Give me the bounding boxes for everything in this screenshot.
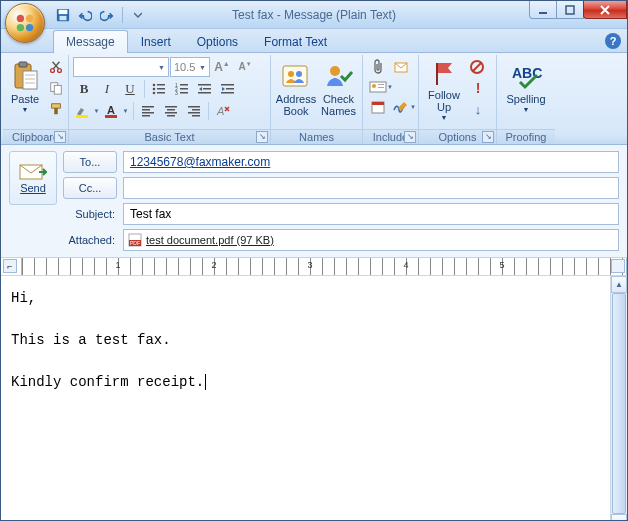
font-name-combo[interactable]: ▼ [73, 57, 169, 77]
clipboard-launcher[interactable]: ↘ [54, 131, 66, 143]
minimize-icon [538, 5, 548, 15]
italic-button[interactable]: I [96, 79, 118, 99]
ribbon: Paste ▼ Clipboard↘ ▼ 10.5▼ A▲ A▼ B I U [1, 53, 627, 145]
ribbon-tabs: Message Insert Options Format Text ? [1, 29, 627, 53]
svg-rect-48 [165, 112, 177, 114]
save-icon [56, 8, 70, 22]
svg-rect-28 [180, 84, 188, 86]
svg-rect-45 [142, 115, 150, 117]
basic-text-launcher[interactable]: ↘ [256, 131, 268, 143]
svg-point-1 [26, 15, 33, 22]
address-book-button[interactable]: Address Book [275, 57, 317, 123]
highlight-button[interactable]: ▼ [73, 101, 101, 121]
options-launcher[interactable]: ↘ [482, 131, 494, 143]
font-color-button[interactable]: A▼ [102, 101, 130, 121]
check-names-button[interactable]: Check Names [319, 57, 358, 123]
bold-button[interactable]: B [73, 79, 95, 99]
svg-point-3 [26, 24, 33, 31]
attachment-box[interactable]: PDF test document.pdf (97 KB) [123, 229, 619, 251]
tab-message[interactable]: Message [53, 30, 128, 53]
follow-up-button[interactable]: Follow Up ▼ [423, 57, 465, 123]
vertical-scrollbar[interactable]: ▲ ▼ ◦ [610, 276, 627, 521]
font-size-combo[interactable]: 10.5▼ [170, 57, 210, 77]
shrink-font-icon: A▼ [238, 61, 251, 72]
align-left-button[interactable] [137, 101, 159, 121]
minimize-button[interactable] [529, 1, 557, 19]
tab-insert[interactable]: Insert [128, 30, 184, 53]
cut-button[interactable] [45, 57, 67, 77]
svg-rect-42 [142, 106, 154, 108]
svg-rect-41 [105, 115, 117, 118]
format-painter-button[interactable] [45, 99, 67, 119]
underline-button[interactable]: U [119, 79, 141, 99]
permission-button[interactable] [467, 57, 489, 77]
svg-rect-26 [157, 92, 165, 94]
send-button[interactable]: Send [9, 151, 57, 205]
ruler-toggle-button[interactable] [611, 259, 625, 273]
ruler-scale[interactable]: 1 2 3 4 5 [21, 258, 627, 275]
scroll-thumb[interactable] [612, 293, 626, 514]
permission-icon [470, 60, 486, 74]
tab-options[interactable]: Options [184, 30, 251, 53]
scroll-down-button[interactable]: ▼ [611, 514, 627, 521]
help-button[interactable]: ? [605, 33, 621, 49]
maximize-button[interactable] [556, 1, 584, 19]
paste-icon [11, 61, 39, 91]
bullets-button[interactable] [148, 79, 170, 99]
office-button[interactable] [5, 3, 45, 43]
svg-point-21 [153, 84, 156, 87]
subject-field[interactable] [123, 203, 619, 225]
qat-save-button[interactable] [53, 5, 73, 25]
text-cursor [205, 374, 206, 390]
spelling-button[interactable]: ABC Spelling ▼ [501, 57, 551, 123]
tab-format-text[interactable]: Format Text [251, 30, 340, 53]
numbering-button[interactable]: 123 [171, 79, 193, 99]
tab-selector-button[interactable]: ⌐ [3, 259, 17, 273]
decrease-indent-button[interactable] [194, 79, 216, 99]
grow-font-button[interactable]: A▲ [211, 57, 233, 77]
align-right-button[interactable] [183, 101, 205, 121]
qat-separator [122, 7, 123, 23]
svg-rect-51 [192, 109, 200, 111]
shrink-font-button[interactable]: A▼ [234, 57, 256, 77]
business-card-icon [369, 80, 387, 94]
chevron-down-icon [134, 11, 142, 19]
message-body[interactable]: Hi, This is a test fax. Kindly confirm r… [1, 276, 610, 521]
svg-rect-50 [188, 106, 200, 108]
copy-button[interactable] [45, 78, 67, 98]
attach-file-button[interactable] [367, 57, 389, 77]
qat-undo-button[interactable] [75, 5, 95, 25]
attach-item-icon [394, 60, 408, 74]
to-button[interactable]: To... [63, 151, 117, 173]
svg-rect-18 [54, 85, 61, 94]
align-center-button[interactable] [160, 101, 182, 121]
send-icon [19, 162, 47, 182]
cc-button[interactable]: Cc... [63, 177, 117, 199]
qat-customize-button[interactable] [128, 5, 148, 25]
qat-redo-button[interactable] [97, 5, 117, 25]
cc-field[interactable] [123, 177, 619, 199]
group-include: ▼ ▼ Include↘ [363, 55, 419, 144]
calendar-button[interactable] [367, 97, 389, 117]
message-body-area: Hi, This is a test fax. Kindly confirm r… [1, 276, 627, 521]
to-field[interactable] [123, 151, 619, 173]
paste-button[interactable]: Paste ▼ [7, 57, 43, 123]
business-card-button[interactable]: ▼ [367, 77, 395, 97]
low-importance-button[interactable]: ↓ [467, 99, 489, 119]
scroll-track[interactable] [611, 293, 627, 514]
scroll-up-button[interactable]: ▲ [611, 276, 627, 293]
svg-rect-49 [167, 115, 175, 117]
clear-formatting-button[interactable]: A [212, 101, 234, 121]
increase-indent-button[interactable] [217, 79, 239, 99]
include-launcher[interactable]: ↘ [404, 131, 416, 143]
attach-item-button[interactable] [390, 57, 412, 77]
svg-text:3: 3 [175, 90, 178, 96]
close-button[interactable] [583, 1, 627, 19]
send-label: Send [20, 182, 46, 194]
svg-rect-34 [203, 88, 211, 90]
high-importance-button[interactable]: ! [467, 78, 489, 98]
signature-button[interactable]: ▼ [390, 97, 418, 117]
group-include-label: Include [373, 131, 408, 143]
svg-rect-8 [566, 6, 574, 14]
close-icon [599, 5, 611, 15]
